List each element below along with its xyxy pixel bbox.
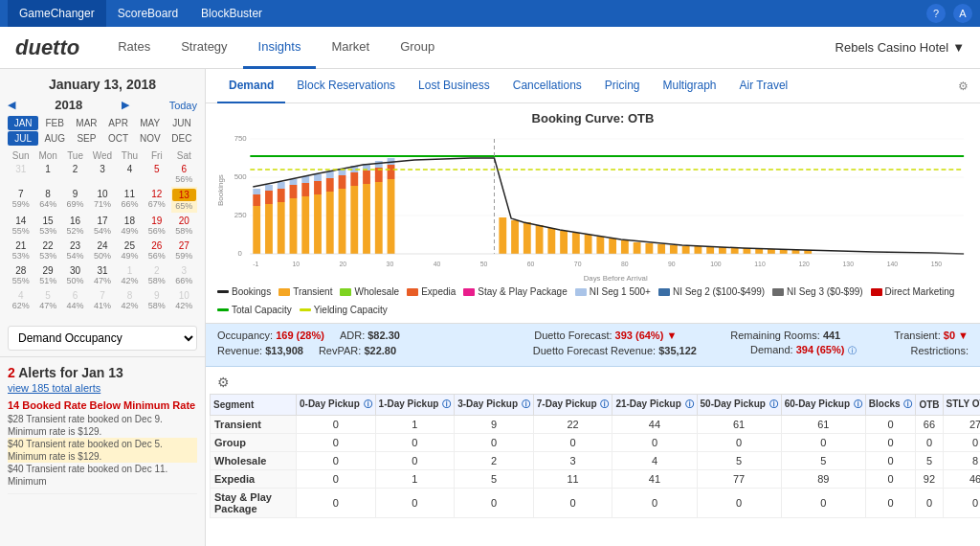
day-6[interactable]: 656% [171, 162, 197, 186]
tab-cancellations[interactable]: Cancellations [501, 69, 593, 103]
day-8-next[interactable]: 842% [117, 288, 143, 312]
day-27[interactable]: 2759% [171, 239, 197, 262]
day-24[interactable]: 2450% [89, 239, 115, 262]
hotel-name[interactable]: Rebels Casino Hotel ▼ [835, 40, 965, 55]
21day-info-icon[interactable]: ⓘ [685, 399, 694, 409]
month-apr[interactable]: APR [103, 116, 134, 130]
day-20[interactable]: 2058% [171, 214, 197, 238]
day-13-today[interactable]: 1365% [171, 187, 197, 213]
svg-rect-48 [511, 220, 519, 254]
day-19[interactable]: 1956% [144, 214, 169, 238]
cal-today-button[interactable]: Today [169, 100, 197, 111]
td-transient-blocks: 0 [865, 416, 916, 434]
7day-info-icon[interactable]: ⓘ [600, 399, 609, 409]
top-nav-gamechanger[interactable]: GameChanger [8, 0, 106, 27]
day-7-next[interactable]: 741% [89, 288, 115, 312]
day-3-next[interactable]: 366% [171, 263, 197, 287]
day-31[interactable]: 3147% [89, 263, 115, 287]
day-5[interactable]: 5 [144, 162, 169, 186]
month-jan[interactable]: JAN [8, 116, 38, 130]
day-3[interactable]: 3 [89, 162, 115, 186]
month-sep[interactable]: SEP [71, 131, 101, 146]
alert-header-1[interactable]: 14 Booked Rate Below Minimum Rate [8, 399, 197, 411]
day-29[interactable]: 2951% [34, 263, 60, 287]
60day-info-icon[interactable]: ⓘ [854, 399, 862, 409]
user-icon[interactable]: A [953, 4, 972, 23]
tab-demand[interactable]: Demand [217, 69, 285, 103]
tab-air-travel[interactable]: Air Travel [728, 69, 800, 103]
tab-block-reservations[interactable]: Block Reservations [285, 69, 407, 103]
0day-info-icon[interactable]: ⓘ [364, 399, 372, 409]
view-all-alerts-link[interactable]: view 185 total alerts [8, 382, 197, 394]
day-15[interactable]: 1553% [34, 214, 60, 238]
month-feb[interactable]: FEB [39, 116, 70, 130]
help-icon[interactable]: ? [926, 4, 946, 23]
day-30[interactable]: 3050% [62, 263, 88, 287]
cal-next-arrow[interactable]: ▶ [122, 99, 129, 111]
day-4-next[interactable]: 462% [8, 288, 33, 312]
day-18[interactable]: 1849% [117, 214, 143, 238]
day-8[interactable]: 864% [34, 187, 60, 213]
3day-info-icon[interactable]: ⓘ [522, 399, 530, 409]
day-16[interactable]: 1652% [62, 214, 88, 238]
top-nav-blockbuster[interactable]: BlockBuster [189, 0, 274, 27]
month-jun[interactable]: JUN [167, 116, 197, 130]
top-nav-scoreboard[interactable]: ScoreBoard [106, 0, 189, 27]
table-row: Group 0 0 0 0 0 0 0 0 0 0 0 $0.00 $0.00 [211, 434, 981, 452]
day-2[interactable]: 2 [62, 162, 88, 186]
tab-multigraph[interactable]: Multigraph [652, 69, 728, 103]
day-25[interactable]: 2549% [117, 239, 143, 262]
day-17[interactable]: 1754% [89, 214, 115, 238]
nav-insights[interactable]: Insights [243, 27, 317, 69]
nav-market[interactable]: Market [316, 27, 385, 69]
month-oct[interactable]: OCT [103, 131, 134, 146]
month-jul[interactable]: JUL [8, 131, 38, 146]
day-31-prev[interactable]: 31 [8, 162, 33, 186]
nav-group[interactable]: Group [385, 27, 450, 69]
day-14[interactable]: 1455% [8, 214, 33, 238]
day-5-next[interactable]: 547% [34, 288, 60, 312]
nav-strategy[interactable]: Strategy [166, 27, 242, 69]
day-1[interactable]: 1 [34, 162, 60, 186]
day-header-mon: Mon [34, 149, 60, 162]
day-6-next[interactable]: 644% [62, 288, 88, 312]
blocks-info-icon[interactable]: ⓘ [903, 399, 912, 409]
settings-gear-icon[interactable]: ⚙ [958, 80, 969, 93]
tab-pricing[interactable]: Pricing [593, 69, 652, 103]
month-aug[interactable]: AUG [39, 131, 70, 146]
nav-rates[interactable]: Rates [102, 27, 166, 69]
50day-info-icon[interactable]: ⓘ [769, 399, 778, 409]
month-nov[interactable]: NOV [135, 131, 166, 146]
month-mar[interactable]: MAR [71, 116, 101, 130]
1day-info-icon[interactable]: ⓘ [442, 399, 451, 409]
left-panel: January 13, 2018 ◀ 2018 ▶ Today JAN FEB … [0, 69, 206, 546]
day-1-next[interactable]: 142% [117, 263, 143, 287]
demand-info-icon[interactable]: ⓘ [848, 346, 857, 355]
table-settings-icon[interactable]: ⚙ [217, 375, 230, 390]
demand-select[interactable]: Demand Occupancy Revenue ADR [8, 326, 197, 351]
tab-lost-business[interactable]: Lost Business [407, 69, 501, 103]
month-dec[interactable]: DEC [167, 131, 197, 146]
day-12[interactable]: 1267% [144, 187, 169, 213]
day-23[interactable]: 2354% [62, 239, 88, 262]
day-10[interactable]: 1071% [89, 187, 115, 213]
day-4[interactable]: 4 [117, 162, 143, 186]
day-11[interactable]: 1166% [117, 187, 143, 213]
svg-text:70: 70 [574, 261, 582, 267]
table-toolbar: ⚙ [210, 371, 976, 394]
legend-total-capacity: Total Capacity [217, 305, 292, 315]
day-2-next[interactable]: 258% [144, 263, 169, 287]
day-10-next[interactable]: 1042% [171, 288, 197, 312]
day-21[interactable]: 2153% [8, 239, 33, 262]
day-28[interactable]: 2855% [8, 263, 33, 287]
day-22[interactable]: 2253% [34, 239, 60, 262]
month-may[interactable]: MAY [135, 116, 166, 130]
day-26[interactable]: 2656% [144, 239, 169, 262]
day-9-next[interactable]: 958% [144, 288, 169, 312]
cal-prev-arrow[interactable]: ◀ [8, 99, 15, 111]
svg-rect-29 [326, 178, 334, 192]
svg-rect-60 [657, 244, 665, 254]
day-9[interactable]: 969% [62, 187, 88, 213]
day-7[interactable]: 759% [8, 187, 33, 213]
stats-row-2: Revenue: $13,908 RevPAR: $22.80 Duetto F… [217, 344, 969, 357]
